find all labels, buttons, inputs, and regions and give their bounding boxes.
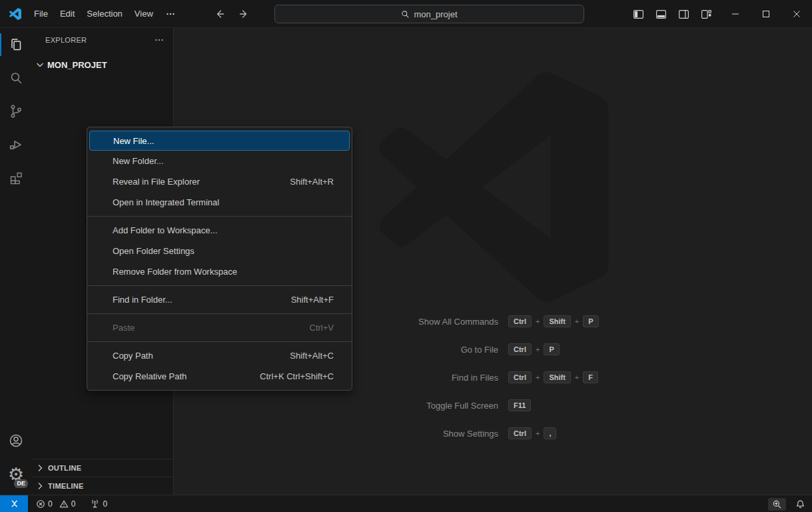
search-icon	[401, 10, 410, 19]
menu-item-reveal-in-file-explorer[interactable]: Reveal in File Explorer Shift+Alt+R	[87, 171, 352, 192]
remote-indicator-button[interactable]	[0, 495, 28, 512]
window-controls	[720, 0, 812, 28]
notifications-bell-button[interactable]	[795, 499, 805, 509]
activity-explorer[interactable]	[0, 28, 32, 61]
settings-button[interactable]: ⚙ DE	[0, 457, 32, 492]
forward-arrow-icon[interactable]	[236, 7, 251, 21]
radio-tower-icon	[90, 499, 100, 509]
back-arrow-icon[interactable]	[212, 7, 227, 21]
menu-item-label: Find in Folder...	[113, 295, 291, 305]
plus-sign: +	[536, 373, 540, 381]
sidebar-header: EXPLORER	[32, 28, 173, 51]
source-control-icon	[8, 103, 24, 119]
layout-controls	[629, 0, 715, 28]
plus-sign: +	[575, 317, 579, 325]
menu-item-open-folder-settings[interactable]: Open Folder Settings	[87, 241, 352, 261]
minimize-button[interactable]	[720, 0, 751, 28]
menu-item-shortcut: Shift+Alt+R	[290, 177, 334, 187]
bell-icon	[795, 499, 805, 509]
menu-item-label: New Folder...	[113, 156, 334, 166]
activity-bar-bottom: ⚙ DE	[0, 424, 32, 492]
menu-view[interactable]: View	[129, 5, 159, 22]
menu-separator	[87, 216, 352, 217]
warning-count: 0	[71, 499, 76, 509]
menu-separator	[87, 341, 352, 342]
customize-layout-icon[interactable]	[697, 5, 715, 23]
accounts-button[interactable]	[0, 424, 32, 457]
toggle-panel-icon[interactable]	[652, 5, 669, 23]
timeline-label: TIMELINE	[48, 482, 84, 490]
toggle-secondary-sidebar-icon[interactable]	[675, 5, 692, 23]
views-more-actions-icon[interactable]	[152, 33, 167, 47]
shortcut-keys: F11	[508, 391, 812, 419]
menu-separator	[87, 285, 352, 286]
menu-item-new-folder[interactable]: New Folder...	[87, 151, 352, 171]
extensions-icon	[8, 170, 24, 186]
workspace-folder-row[interactable]: MON_PROJET	[32, 57, 173, 73]
menu-item-label: Reveal in File Explorer	[113, 177, 290, 187]
run-debug-icon	[8, 137, 24, 153]
workspace-name: MON_PROJET	[47, 60, 107, 70]
plus-sign: +	[536, 345, 540, 353]
vscode-logo-icon	[9, 8, 21, 20]
key-chip: Ctrl	[508, 343, 532, 355]
toggle-primary-sidebar-icon[interactable]	[629, 5, 647, 23]
plus-sign: +	[536, 317, 540, 325]
menu-item-label: Copy Relative Path	[113, 371, 260, 381]
menu-file[interactable]: File	[28, 5, 54, 22]
zoom-indicator-button[interactable]	[768, 498, 786, 511]
remote-icon	[9, 499, 19, 509]
outline-section[interactable]: OUTLINE	[32, 459, 173, 477]
menu-item-label: Open in Integrated Terminal	[113, 197, 334, 207]
menu-item-label: Remove Folder from Workspace	[113, 267, 334, 277]
activity-extensions[interactable]	[0, 161, 32, 195]
settings-badge: DE	[14, 479, 28, 488]
key-chip: F	[583, 371, 598, 383]
activity-search[interactable]	[0, 61, 32, 95]
menu-item-new-file[interactable]: New File...	[89, 131, 350, 151]
menu-more-icon[interactable]	[159, 5, 182, 23]
menu-item-shortcut: Shift+Alt+C	[290, 351, 334, 361]
shortcut-label: Toggle Full Screen	[195, 391, 498, 419]
key-chip: P	[544, 343, 559, 355]
timeline-section[interactable]: TIMELINE	[32, 477, 173, 495]
chevron-right-icon	[35, 481, 45, 491]
maximize-button[interactable]	[751, 0, 781, 28]
title-bar: File Edit Selection View mon_projet	[0, 0, 812, 28]
menu-item-label: New File...	[113, 136, 333, 146]
command-center-search[interactable]: mon_projet	[274, 5, 584, 23]
chevron-down-icon	[35, 59, 45, 70]
menu-item-open-in-integrated-terminal[interactable]: Open in Integrated Terminal	[87, 192, 352, 213]
account-icon	[8, 433, 24, 449]
sidebar-bottom-sections: OUTLINE TIMELINE	[32, 459, 173, 495]
key-chip: Ctrl	[508, 315, 532, 327]
menu-item-copy-relative-path[interactable]: Copy Relative Path Ctrl+K Ctrl+Shift+C	[87, 366, 352, 387]
ports-indicator[interactable]: 0	[90, 499, 107, 509]
activity-source-control[interactable]	[0, 95, 32, 128]
menu-item-find-in-folder[interactable]: Find in Folder... Shift+Alt+F	[87, 289, 352, 310]
shortcut-keys: Ctrl + Shift + F	[508, 363, 812, 391]
menu-item-add-folder-to-workspace[interactable]: Add Folder to Workspace...	[87, 220, 352, 241]
activity-run-debug[interactable]	[0, 128, 32, 161]
shortcut-keys: Ctrl + P	[508, 335, 812, 363]
vscode-watermark-logo	[378, 72, 608, 302]
menu-item-shortcut: Shift+Alt+F	[291, 295, 334, 305]
menu-item-label: Copy Path	[113, 351, 290, 361]
menu-selection[interactable]: Selection	[81, 5, 128, 22]
plus-sign: +	[575, 373, 579, 381]
outline-label: OUTLINE	[48, 464, 81, 472]
key-chip: F11	[508, 399, 531, 411]
shortcut-label: Show Settings	[195, 419, 498, 447]
activity-bar: ⚙ DE	[0, 28, 32, 495]
close-button[interactable]	[781, 0, 812, 28]
menu-item-remove-folder-from-workspace[interactable]: Remove Folder from Workspace	[87, 261, 352, 282]
ports-count: 0	[103, 499, 107, 509]
menu-edit[interactable]: Edit	[54, 5, 81, 22]
command-center-value: mon_projet	[414, 9, 457, 19]
sidebar-title: EXPLORER	[45, 36, 152, 44]
menu-item-label: Open Folder Settings	[113, 246, 334, 256]
key-chip: Shift	[544, 371, 570, 383]
menu-item-copy-path[interactable]: Copy Path Shift+Alt+C	[87, 345, 352, 366]
problems-indicator[interactable]: 0 0	[36, 499, 75, 509]
key-chip: Shift	[544, 315, 570, 327]
